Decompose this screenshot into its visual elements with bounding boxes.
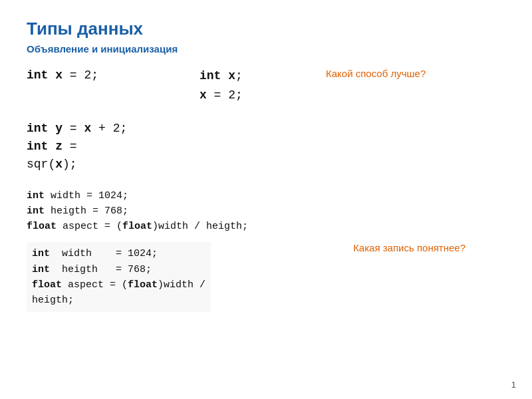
section1-left-text: x = 2; — [48, 68, 98, 82]
section4: int width = 1024; int heigth = 768; floa… — [27, 242, 211, 312]
section2: int y = x + 2; int z = sqr(x); — [27, 120, 505, 174]
kw-float-2: float — [32, 279, 62, 291]
kw-int-6: int — [27, 205, 45, 217]
section4-line3: float aspect = (float)width / — [32, 277, 205, 293]
section3: int width = 1024; int heigth = 768; floa… — [27, 188, 505, 235]
kw-int-4: int — [27, 140, 48, 153]
section1-right: int x; x = 2; — [200, 66, 306, 105]
section3-line3: float aspect = (float)width / heigth; — [27, 219, 505, 234]
section1-left-code: int x = 2; — [27, 68, 98, 82]
section2-line2: int z = — [27, 138, 505, 156]
page-number: 1 — [511, 380, 516, 390]
kw-int-1: int — [27, 68, 48, 82]
section2-line1: int y = x + 2; — [27, 120, 505, 138]
section1-right-line1: int x; — [200, 66, 306, 86]
kw-float-cast-2: float — [128, 279, 158, 291]
page-title: Типы данных — [27, 19, 505, 39]
kw-int-8: int — [32, 264, 50, 275]
kw-float-1: float — [27, 221, 57, 232]
section4-wrapper: int width = 1024; int heigth = 768; floa… — [27, 242, 505, 312]
section2-line3: sqr(x); — [27, 156, 505, 174]
section4-line1: int width = 1024; — [32, 246, 205, 261]
kw-int-7: int — [32, 248, 50, 259]
section1: int x = 2; int x; x = 2; Какой способ лу… — [27, 66, 505, 105]
section1-right-line2: x = 2; — [200, 86, 306, 105]
section4-note: Какая запись понятнее? — [353, 242, 466, 253]
page-subtitle: Объявление и инициализация — [27, 43, 505, 55]
kw-float-cast-1: float — [122, 221, 152, 232]
section1-left: int x = 2; — [27, 66, 186, 84]
section3-line1: int width = 1024; — [27, 188, 505, 203]
kw-int-5: int — [27, 190, 45, 201]
section3-line2: int heigth = 768; — [27, 203, 505, 219]
section1-note: Какой способ лучше? — [326, 68, 426, 79]
kw-int-3: int — [27, 122, 48, 135]
section4-line4: heigth; — [32, 293, 205, 308]
page: Типы данных Объявление и инициализация i… — [0, 0, 532, 399]
section4-line2: int heigth = 768; — [32, 262, 205, 277]
kw-int-2: int — [200, 69, 221, 82]
